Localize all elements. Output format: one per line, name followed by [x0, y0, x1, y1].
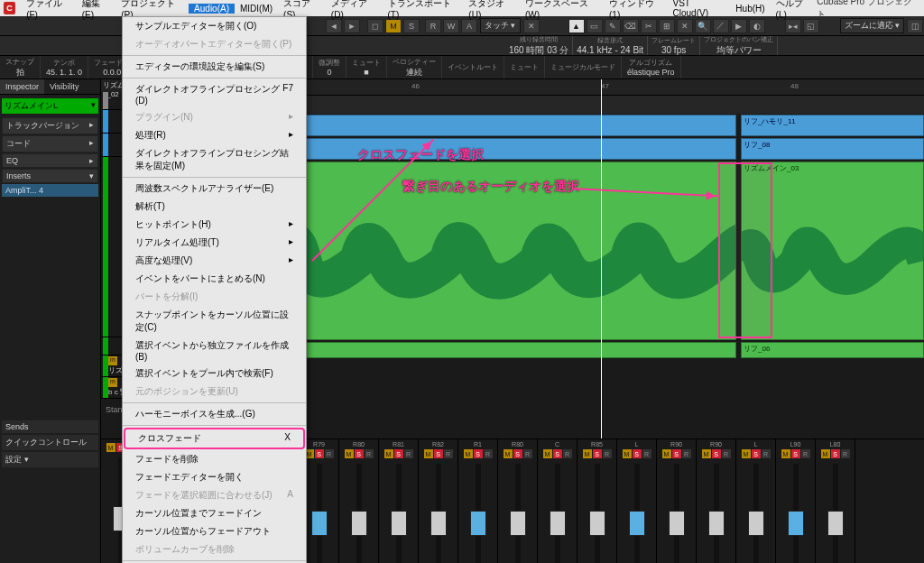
menu-item: プラグイン(N)▸: [123, 108, 306, 126]
menu-midi[interactable]: MIDI(M): [235, 4, 278, 14]
tool-pointer-icon[interactable]: ▲: [568, 19, 585, 33]
tab-inspector[interactable]: Inspector: [0, 79, 44, 94]
history-fwd-icon[interactable]: ►: [344, 19, 360, 33]
info-cell[interactable]: ミュート: [504, 56, 545, 78]
menu-item: オーディオパートエディターを開く(P): [123, 35, 306, 53]
menu-studio[interactable]: スタジオ(U): [463, 0, 520, 20]
annotation-select-audio: 繋ぎ目のあるオーディオを選択: [402, 179, 579, 195]
channel-strip[interactable]: LMSR: [617, 439, 657, 563]
menu-file[interactable]: ファイル(F): [21, 0, 77, 20]
channel-strip[interactable]: R82MSR: [419, 439, 458, 563]
info-cell[interactable]: テンポ45. 1. 1. 0: [41, 56, 88, 78]
menu-item: ボリュームカーブを削除: [123, 540, 306, 558]
menu-media[interactable]: メディア(D): [326, 0, 383, 20]
menu-bar: C ファイル(F) 編集(E) プロジェクト(P) Audio(A) MIDI(…: [0, 0, 924, 16]
mute-button[interactable]: M: [385, 19, 402, 33]
menu-help[interactable]: ヘルプ(L): [771, 0, 818, 20]
tool-mute-icon[interactable]: ✕: [677, 19, 693, 33]
menu-item[interactable]: イベントをパートにまとめる(N): [123, 270, 306, 288]
annotation-selection-box: [718, 162, 772, 338]
menu-item[interactable]: サンプルエディターを開く(O): [123, 17, 306, 35]
channel-strip[interactable]: R1MSR: [458, 439, 498, 563]
solo-button[interactable]: S: [403, 19, 420, 33]
menu-audio[interactable]: Audio(A): [189, 4, 235, 14]
audio-menu-dropdown[interactable]: サンプルエディターを開く(O)オーディオパートエディターを開く(P)エディターの…: [122, 16, 307, 563]
menu-item[interactable]: フェードを削除: [123, 450, 306, 468]
info-cell[interactable]: ミュート■: [346, 56, 387, 78]
menu-vstcloud[interactable]: VST Cloud(V): [668, 0, 731, 18]
menu-item[interactable]: フェードエディターを開く: [123, 468, 306, 486]
tool-range-icon[interactable]: ▭: [587, 19, 603, 33]
menu-hub[interactable]: Hub(H): [730, 4, 770, 14]
menu-workspace[interactable]: ワークスペース(W): [520, 0, 604, 20]
inspector-panel: Inspector Visibility リズムメインL▾ トラックバージョン▸…: [0, 79, 101, 438]
tool-cross-icon[interactable]: ✕: [523, 19, 540, 33]
channel-strip[interactable]: LMSR: [736, 439, 776, 563]
channel-strip[interactable]: R81MSR: [379, 439, 419, 563]
insert-slot-1[interactable]: AmpliT... 4: [2, 184, 98, 197]
menu-item[interactable]: 選択イベントをプール内で検索(F): [123, 365, 306, 383]
menu-item[interactable]: エディターの環境設定を編集(S): [123, 58, 306, 76]
tool-zoom-icon[interactable]: 🔍: [695, 19, 711, 33]
menu-item[interactable]: ヒットポイント(H)▸: [123, 216, 306, 234]
menu-item[interactable]: スナップポイントをカーソル位置に設定(C): [123, 306, 306, 337]
menu-item[interactable]: リアルタイム処理(T)▸: [123, 234, 306, 252]
info-cell[interactable]: スナップ拍: [0, 56, 41, 78]
menu-item[interactable]: カーソル位置までフェードイン: [123, 504, 306, 522]
channel-strip[interactable]: L80MSR: [816, 439, 855, 563]
inspector-sends[interactable]: Sends: [2, 420, 98, 433]
channel-strip[interactable]: R80MSR: [339, 439, 379, 563]
tool-pencil-icon[interactable]: ✎: [605, 19, 621, 33]
info-cell[interactable]: ミュージカルモード: [545, 56, 622, 78]
playhead[interactable]: [601, 79, 602, 438]
menu-item[interactable]: 選択イベントから独立ファイルを作成(B): [123, 337, 306, 365]
tool-erase-icon[interactable]: ⌫: [623, 19, 639, 33]
channel-strip[interactable]: CMSR: [538, 439, 578, 563]
menu-item[interactable]: 解析(T): [123, 198, 306, 216]
menu-item: フェードを選択範囲に合わせる(J)A: [123, 486, 306, 504]
inspector-chord[interactable]: コード▸: [2, 135, 98, 152]
menu-item: パートを分解(I): [123, 288, 306, 306]
inspector-eq[interactable]: EQ▸: [2, 153, 98, 168]
tool-line-icon[interactable]: ／: [713, 19, 729, 33]
write-automation[interactable]: W: [443, 19, 459, 33]
tab-visibility[interactable]: Visibility: [44, 79, 84, 94]
channel-strip[interactable]: R90MSR: [697, 439, 736, 563]
menu-item[interactable]: カーソル位置からフェードアウト: [123, 522, 306, 540]
inspector-inserts[interactable]: Inserts▾: [2, 169, 98, 183]
snap-toggle[interactable]: ▸◂: [785, 19, 801, 33]
info-cell[interactable]: 微調整0: [313, 56, 346, 78]
menu-edit[interactable]: 編集(E): [77, 0, 116, 20]
menu-item[interactable]: ダイレクトオフラインプロセシング結果を固定(M): [123, 144, 306, 175]
menu-item[interactable]: 高度な処理(V)▸: [123, 252, 306, 270]
inspector-trackversion[interactable]: トラックバージョン▸: [2, 117, 98, 134]
inspector-track-name[interactable]: リズムメインL▾: [2, 98, 98, 114]
menu-item[interactable]: ダイレクトオフラインプロセシング(D)F7: [123, 80, 306, 108]
tool-glue-icon[interactable]: ⊞: [659, 19, 675, 33]
info-cell[interactable]: ベロシティー連続: [387, 56, 442, 78]
read-automation[interactable]: R: [425, 19, 441, 33]
tool-scissors-icon[interactable]: ✂: [641, 19, 657, 33]
menu-window[interactable]: ウィンドウ(1): [604, 0, 668, 20]
automation-a[interactable]: A: [461, 19, 477, 33]
menu-transport[interactable]: トランスポート(T): [383, 0, 464, 20]
constrain-icon[interactable]: ◻: [367, 19, 383, 33]
channel-strip[interactable]: R85MSR: [578, 439, 617, 563]
menu-item[interactable]: ハーモニーボイスを生成...(G): [123, 405, 306, 423]
window-title: Cubase Pro プロジェクト: [817, 0, 920, 21]
menu-item[interactable]: 周波数スペクトルアナライザー(E): [123, 180, 306, 198]
info-cell[interactable]: アルゴリズムélastique Pro: [622, 56, 681, 78]
channel-strip[interactable]: R90MSR: [657, 439, 697, 563]
tool-color-icon[interactable]: ◐: [749, 19, 765, 33]
info-cell[interactable]: イベントルート: [442, 56, 504, 78]
tool-play-icon[interactable]: ▶: [731, 19, 747, 33]
menu-item[interactable]: クロスフェードX: [124, 428, 305, 449]
automation-mode[interactable]: タッチ ▾: [480, 18, 521, 33]
history-back-icon[interactable]: ◄: [326, 19, 342, 33]
menu-item[interactable]: 処理(R)▸: [123, 126, 306, 144]
channel-strip[interactable]: L90MSR: [776, 439, 816, 563]
channel-strip[interactable]: R80MSR: [498, 439, 538, 563]
inspector-lower: Sends クイックコントロール 設定 ▾: [0, 419, 101, 563]
inspector-quick[interactable]: クイックコントロール: [2, 435, 98, 450]
inspector-settings[interactable]: 設定 ▾: [2, 452, 98, 467]
